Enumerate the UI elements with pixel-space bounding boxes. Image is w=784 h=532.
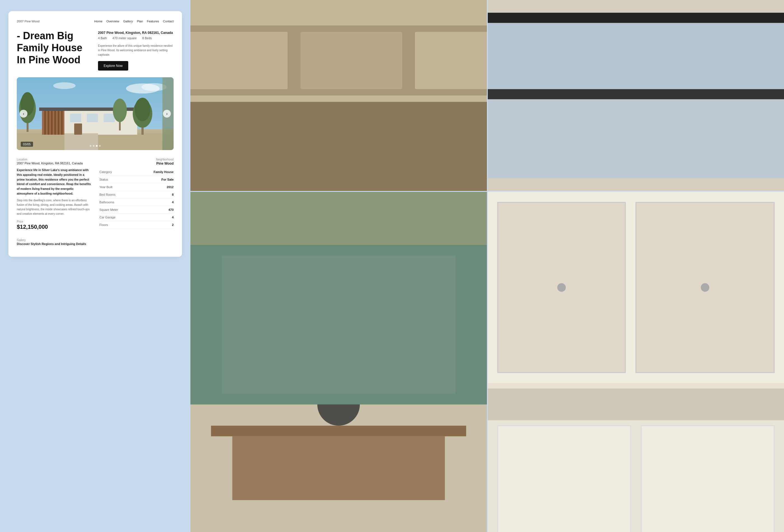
svg-rect-9 [48, 110, 49, 135]
svg-point-25 [113, 99, 127, 122]
gallery-item-1 [190, 0, 487, 191]
description-secondary: Step into the dwelling's core, where the… [17, 198, 91, 216]
property-card: 2007 Pine Wood Home Overview Gallery Pla… [8, 11, 182, 257]
carousel-prev-button[interactable]: ‹ [20, 110, 27, 118]
nav-contact[interactable]: Contact [163, 20, 174, 23]
navigation: 2007 Pine Wood Home Overview Gallery Pla… [17, 20, 174, 23]
gallery-section: Gallery Discover Stylish Regions and Int… [17, 239, 174, 246]
spec-value: For Sale [135, 176, 174, 184]
svg-rect-12 [58, 110, 59, 135]
spec-label: Year Built [100, 184, 135, 191]
svg-rect-56 [498, 426, 631, 532]
bath-stat: 4 Bath [98, 36, 107, 40]
svg-point-53 [701, 283, 709, 291]
location-value: 2007 Pine Wood, Kingston, RA 082161, Can… [17, 162, 91, 165]
gallery-item-2 [488, 0, 784, 191]
hero-description: Experience the allure of this unique fam… [98, 44, 174, 57]
svg-rect-54 [488, 388, 784, 420]
spec-row: Floors2 [100, 221, 174, 229]
gallery-item-3 [190, 192, 487, 532]
carousel-dot-2[interactable] [93, 145, 95, 147]
svg-rect-29 [190, 102, 487, 191]
gallery-label: Gallery [17, 239, 174, 242]
spec-label: Square Meter [100, 206, 135, 214]
nav-logo: 2007 Pine Wood [17, 20, 39, 23]
svg-rect-13 [61, 110, 63, 135]
svg-rect-33 [415, 32, 487, 89]
neighborhood-label: Neighborhood [100, 158, 174, 161]
explore-now-button[interactable]: Explore Now [98, 61, 128, 71]
spec-row: Year Built2012 [100, 184, 174, 191]
page-title: - Dream Big Family House In Pine Wood [17, 30, 92, 66]
nav-plan[interactable]: Plan [137, 20, 143, 23]
carousel-dot-3[interactable] [96, 145, 98, 147]
spec-label: Car Garage [100, 214, 135, 221]
carousel-dots [90, 145, 101, 147]
spec-label: Category [100, 168, 135, 176]
location-label: Location [17, 158, 91, 161]
spec-value: 2 [135, 221, 174, 229]
svg-rect-8 [44, 110, 46, 135]
svg-rect-10 [51, 110, 53, 135]
carousel-next-button[interactable]: › [163, 110, 171, 118]
carousel-main-image [17, 77, 174, 150]
hero-left: - Dream Big Family House In Pine Wood [17, 30, 92, 71]
spec-row: Car Garage4 [100, 214, 174, 221]
spec-value: 2012 [135, 184, 174, 191]
gallery-grid [190, 0, 784, 532]
property-address: 2007 Pine Wood, Kingston, RA 082161, Can… [98, 31, 174, 35]
svg-rect-16 [104, 114, 115, 122]
location-group: Location 2007 Pine Wood, Kingston, RA 08… [17, 158, 91, 165]
specs-table: CategoryFamily HouseStatusFor SaleYear B… [100, 168, 174, 229]
price-group: Price $12,150,000 [17, 220, 91, 230]
svg-rect-47 [222, 256, 455, 394]
house-svg [17, 77, 174, 150]
svg-rect-26 [64, 133, 98, 150]
neighborhood-value: Pine Wood [100, 162, 174, 166]
nav-gallery[interactable]: Gallery [123, 20, 133, 23]
svg-rect-40 [488, 100, 784, 178]
nav-links: Home Overview Gallery Plan Features Cont… [94, 20, 174, 23]
hero-section: - Dream Big Family House In Pine Wood 20… [17, 30, 174, 71]
details-right: Neighborhood Pine Wood CategoryFamily Ho… [100, 158, 174, 233]
svg-rect-11 [54, 110, 56, 135]
property-stats: 4 Bath 470 meter square 8 Beds [98, 36, 174, 40]
beds-stat: 8 Beds [142, 36, 152, 40]
svg-rect-14 [70, 114, 81, 122]
spec-label: Floors [100, 221, 135, 229]
spec-label: Bathrooms [100, 198, 135, 206]
spec-value: 4 [135, 198, 174, 206]
spec-value: 4 [135, 214, 174, 221]
hero-right: 2007 Pine Wood, Kingston, RA 082161, Can… [98, 30, 174, 71]
image-carousel: ‹ › 03/05 [17, 77, 174, 150]
svg-rect-57 [641, 426, 774, 532]
spec-row: Bed Rooms8 [100, 191, 174, 198]
nav-home[interactable]: Home [94, 20, 103, 23]
svg-rect-36 [488, 12, 784, 23]
spec-row: Bathrooms4 [100, 198, 174, 206]
svg-point-20 [135, 98, 150, 121]
svg-point-52 [557, 283, 566, 291]
svg-rect-44 [232, 436, 445, 500]
neighborhood-group: Neighborhood Pine Wood [100, 158, 174, 166]
nav-features[interactable]: Features [147, 20, 159, 23]
svg-rect-39 [488, 23, 784, 89]
carousel-dot-1[interactable] [90, 145, 91, 147]
details-left: Location 2007 Pine Wood, Kingston, RA 08… [17, 158, 91, 233]
svg-rect-37 [488, 89, 784, 99]
spec-value: Family House [135, 168, 174, 176]
spec-label: Bed Rooms [100, 191, 135, 198]
nav-overview[interactable]: Overview [106, 20, 119, 23]
price-value: $12,150,000 [17, 224, 91, 230]
area-stat: 470 meter square [113, 36, 137, 40]
carousel-dot-4[interactable] [99, 145, 101, 147]
svg-point-3 [53, 82, 76, 89]
svg-rect-43 [211, 426, 466, 436]
svg-rect-32 [301, 32, 402, 89]
spec-value: 470 [135, 206, 174, 214]
svg-rect-27 [74, 123, 82, 135]
details-section: Location 2007 Pine Wood, Kingston, RA 08… [17, 158, 174, 233]
spec-label: Status [100, 176, 135, 184]
price-label: Price [17, 220, 91, 223]
svg-rect-31 [190, 32, 287, 89]
